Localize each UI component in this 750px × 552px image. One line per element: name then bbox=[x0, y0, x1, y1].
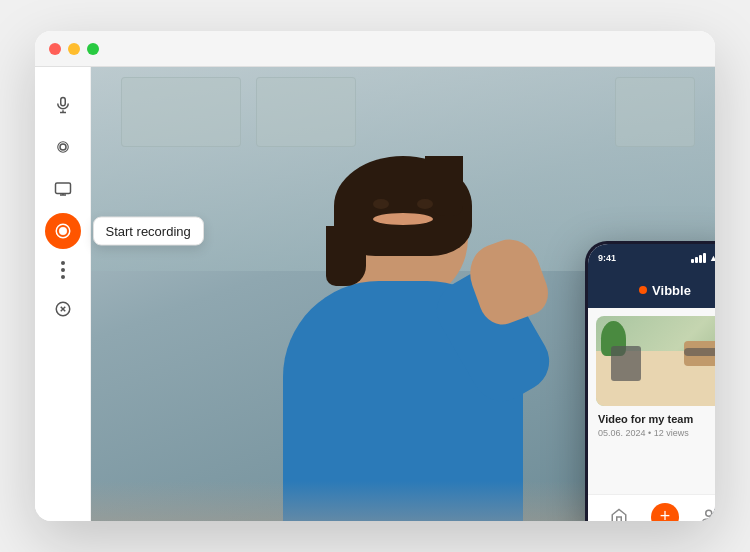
svg-rect-0 bbox=[60, 98, 65, 106]
phone-body: Video for my team 05.06. 2024 • 12 views bbox=[588, 308, 715, 494]
phone-time: 9:41 bbox=[598, 253, 616, 263]
phone-video-meta: 05.06. 2024 • 12 views bbox=[598, 428, 715, 438]
eye-left bbox=[373, 199, 389, 209]
phone-add-button[interactable]: + bbox=[651, 503, 679, 522]
phone-screen: 9:41 ▲ ▮ bbox=[588, 244, 715, 521]
vibble-logo-dot bbox=[639, 286, 647, 294]
minimize-window-button[interactable] bbox=[68, 43, 80, 55]
thumb-glasses bbox=[684, 348, 715, 356]
video-area: 9:41 ▲ ▮ bbox=[91, 67, 715, 521]
signal-icon bbox=[691, 253, 706, 263]
phone-home-icon[interactable] bbox=[608, 506, 630, 522]
dot-2 bbox=[61, 268, 65, 272]
smile bbox=[373, 213, 433, 225]
browser-content: Start recording bbox=[35, 67, 715, 521]
dot-3 bbox=[61, 275, 65, 279]
vibble-logo-text: Vibble bbox=[652, 283, 691, 298]
cabinet-left bbox=[121, 77, 241, 147]
left-toolbar: Start recording bbox=[35, 67, 91, 521]
eye-right bbox=[417, 199, 433, 209]
svg-point-8 bbox=[59, 227, 67, 235]
close-window-button[interactable] bbox=[49, 43, 61, 55]
bar-4 bbox=[703, 253, 706, 263]
svg-point-13 bbox=[705, 510, 711, 516]
bar-2 bbox=[695, 257, 698, 263]
more-options-button[interactable] bbox=[61, 255, 65, 285]
phone-status-icons: ▲ ▮ bbox=[691, 252, 715, 264]
phone-statusbar: 9:41 ▲ ▮ bbox=[588, 244, 715, 272]
dot-1 bbox=[61, 261, 65, 265]
mobile-phone: 9:41 ▲ ▮ bbox=[585, 241, 715, 521]
phone-video-info: Video for my team 05.06. 2024 • 12 views bbox=[596, 412, 715, 438]
screen-share-button[interactable] bbox=[45, 171, 81, 207]
person-figure bbox=[243, 141, 563, 521]
cabinet-middle bbox=[256, 77, 356, 147]
phone-video-thumbnail[interactable] bbox=[596, 316, 715, 406]
phone-people-icon[interactable] bbox=[700, 506, 715, 522]
bar-3 bbox=[699, 255, 702, 263]
browser-titlebar bbox=[35, 31, 715, 67]
svg-rect-5 bbox=[55, 183, 70, 194]
phone-bottom-nav: + bbox=[588, 494, 715, 521]
cabinet-right bbox=[615, 77, 695, 147]
thumb-item1 bbox=[611, 346, 641, 381]
camera-button[interactable] bbox=[45, 129, 81, 165]
svg-point-3 bbox=[60, 144, 66, 150]
browser-window: Start recording bbox=[35, 31, 715, 521]
microphone-button[interactable] bbox=[45, 87, 81, 123]
record-button[interactable] bbox=[45, 213, 81, 249]
phone-video-title: Video for my team bbox=[598, 412, 715, 426]
maximize-window-button[interactable] bbox=[87, 43, 99, 55]
phone-app-header: Vibble bbox=[588, 272, 715, 308]
stop-button[interactable] bbox=[45, 291, 81, 327]
bar-1 bbox=[691, 259, 694, 263]
wifi-icon: ▲ bbox=[709, 253, 715, 263]
